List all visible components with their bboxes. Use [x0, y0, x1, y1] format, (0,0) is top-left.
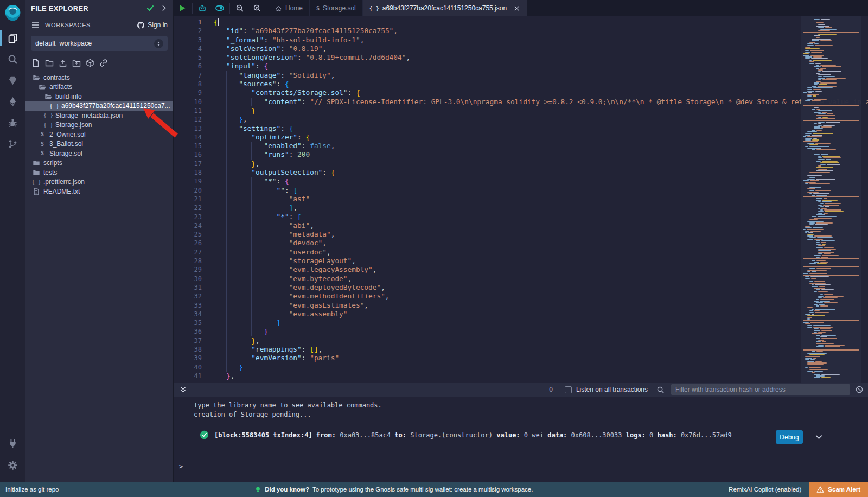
- listen-all-transactions-checkbox[interactable]: [565, 386, 572, 393]
- tree-item-tests[interactable]: tests: [25, 168, 173, 177]
- sign-in-button[interactable]: Sign in: [137, 21, 168, 29]
- code-line-1[interactable]: 1{: [174, 18, 868, 27]
- tree-item-storage-sol[interactable]: SStorage.sol: [25, 149, 173, 158]
- tree-item-build-info[interactable]: build-info: [25, 92, 173, 101]
- code-line-35[interactable]: 35]: [174, 318, 868, 327]
- code-line-12[interactable]: 12},: [174, 115, 868, 124]
- code-line-31[interactable]: 31"evm.deployedBytecode",: [174, 283, 868, 292]
- code-line-15[interactable]: 15"enabled": false,: [174, 142, 868, 150]
- rail-item-plugin-manager[interactable]: [0, 434, 25, 453]
- code-line-37[interactable]: 37},: [174, 336, 868, 345]
- code-line-41[interactable]: 41},: [174, 372, 868, 380]
- code-line-36[interactable]: 36}: [174, 327, 868, 336]
- tab-a69b43f277ba20fcac141151250ca755-json[interactable]: { }a69b43f277ba20fcac141151250ca755.json: [363, 0, 527, 16]
- line-number: 31: [174, 283, 202, 292]
- panel-chevron-right-icon[interactable]: [160, 4, 168, 12]
- rail-item-git[interactable]: [0, 135, 25, 153]
- tab-home[interactable]: Home: [269, 0, 310, 16]
- minimap[interactable]: [801, 16, 861, 383]
- tree-item-2-owner-sol[interactable]: S2_Owner.sol: [25, 130, 173, 139]
- tree-item--prettierrc-json[interactable]: { }.prettierrc.json: [25, 177, 173, 187]
- code-line-16[interactable]: 16"runs": 200: [174, 150, 868, 159]
- code-line-18[interactable]: 18"outputSelection": {: [174, 168, 868, 177]
- code-editor[interactable]: 1{2"id": "a69b43f277ba20fcac141151250ca7…: [174, 16, 868, 383]
- code-line-32[interactable]: 32"evm.methodIdentifiers",: [174, 292, 868, 301]
- code-line-10[interactable]: 10"content": "// SPDX-License-Identifier…: [174, 98, 868, 106]
- code-line-14[interactable]: 14"optimizer": {: [174, 133, 868, 142]
- code-line-22[interactable]: 22],: [174, 203, 868, 212]
- tree-item-3-ballot-sol[interactable]: S3_Ballot.sol: [25, 139, 173, 149]
- rail-item-deploy-and-run[interactable]: [0, 92, 25, 111]
- tree-item-artifacts[interactable]: artifacts: [25, 82, 173, 92]
- code-line-25[interactable]: 25"metadata",: [174, 230, 868, 239]
- code-line-9[interactable]: 9"contracts/Storage.sol": {: [174, 88, 868, 97]
- line-number: 26: [174, 239, 202, 247]
- tree-item-storage-json[interactable]: { }Storage.json: [25, 120, 173, 130]
- code-line-26[interactable]: 26"devdoc",: [174, 239, 868, 247]
- rail-item-search[interactable]: [0, 50, 25, 68]
- code-line-38[interactable]: 38"remappings": [],: [174, 345, 868, 354]
- ai-assistant-icon[interactable]: [194, 0, 211, 16]
- tree-item-readme-txt[interactable]: README.txt: [25, 187, 173, 196]
- rail-item-solidity-compiler[interactable]: [0, 71, 25, 90]
- transaction-log-row[interactable]: [block:5583405 txIndex:4] from: 0xa03...…: [200, 430, 857, 439]
- zoom-in-icon[interactable]: [248, 0, 266, 16]
- remix-logo-icon[interactable]: [4, 4, 22, 22]
- transaction-filter-input[interactable]: [671, 384, 850, 395]
- expand-transaction-chevron-icon[interactable]: [814, 432, 824, 442]
- tree-item-a69b43f277ba20fcac141151250ca7-[interactable]: { }a69b43f277ba20fcac141151250ca7...: [25, 101, 173, 111]
- code-line-39[interactable]: 39"evmVersion": "paris": [174, 354, 868, 362]
- code-line-30[interactable]: 30"evm.bytecode",: [174, 275, 868, 283]
- debug-button[interactable]: Debug: [776, 430, 803, 444]
- scam-alert-badge[interactable]: Scam Alert: [809, 482, 868, 497]
- clear-console-icon[interactable]: [855, 385, 864, 394]
- upload-file-button[interactable]: [59, 59, 67, 67]
- code-line-29[interactable]: 29"evm.legacyAssembly",: [174, 265, 868, 274]
- tree-item-storage-metadata-json[interactable]: { }Storage_metadata.json: [25, 111, 173, 120]
- copilot-toggle[interactable]: [211, 0, 228, 16]
- code-line-8[interactable]: 8"sources": {: [174, 80, 868, 88]
- link-button[interactable]: [99, 59, 108, 67]
- rail-item-settings[interactable]: [0, 456, 25, 474]
- code-line-3[interactable]: 3"_format": "hh-sol-build-info-1",: [174, 36, 868, 44]
- upload-folder-button[interactable]: [72, 59, 81, 67]
- code-line-20[interactable]: 20"": [: [174, 186, 868, 195]
- code-line-24[interactable]: 24"abi",: [174, 221, 868, 230]
- terminal-prompt[interactable]: >: [179, 463, 183, 470]
- workspace-select[interactable]: default_workspace: [31, 36, 168, 51]
- cube-button[interactable]: [86, 59, 94, 67]
- code-line-11[interactable]: 11}: [174, 106, 868, 115]
- workspace-stepper-icon[interactable]: [154, 39, 163, 48]
- run-script-button[interactable]: [174, 0, 191, 16]
- tree-item-contracts[interactable]: contracts: [25, 73, 173, 82]
- tab-storage-sol[interactable]: SStorage.sol: [310, 0, 363, 16]
- rail-item-file-explorer[interactable]: [0, 29, 25, 47]
- tree-item-label: .prettierrc.json: [43, 178, 85, 186]
- new-folder-button[interactable]: [45, 59, 54, 67]
- new-file-button[interactable]: [31, 59, 40, 67]
- code-line-40[interactable]: 40}: [174, 363, 868, 372]
- code-line-4[interactable]: 4"solcVersion": "0.8.19",: [174, 44, 868, 53]
- folder-icon: [33, 169, 40, 176]
- code-line-23[interactable]: 23"*": [: [174, 213, 868, 221]
- terminal-expand-icon[interactable]: [179, 386, 187, 394]
- copilot-status[interactable]: RemixAI Copilot (enabled): [729, 486, 801, 493]
- code-line-33[interactable]: 33"evm.gasEstimates",: [174, 301, 868, 310]
- code-line-5[interactable]: 5"solcLongVersion": "0.8.19+commit.7dd6d…: [174, 53, 868, 62]
- code-line-27[interactable]: 27"userdoc",: [174, 248, 868, 257]
- code-line-2[interactable]: 2"id": "a69b43f277ba20fcac141151250ca755…: [174, 27, 868, 35]
- zoom-out-icon[interactable]: [231, 0, 248, 16]
- code-line-19[interactable]: 19"*": {: [174, 177, 868, 186]
- code-line-7[interactable]: 7"language": "Solidity",: [174, 71, 868, 80]
- close-tab-icon[interactable]: [513, 5, 520, 12]
- code-line-17[interactable]: 17},: [174, 160, 868, 168]
- code-line-28[interactable]: 28"storageLayout",: [174, 257, 868, 265]
- code-line-21[interactable]: 21"ast": [174, 195, 868, 203]
- code-line-6[interactable]: 6"input": {: [174, 62, 868, 71]
- code-line-13[interactable]: 13"settings": {: [174, 124, 868, 133]
- init-git-repo-button[interactable]: Initialize as git repo: [0, 486, 59, 493]
- tree-item-scripts[interactable]: scripts: [25, 158, 173, 168]
- rail-item-debugger[interactable]: [0, 113, 25, 132]
- code-line-34[interactable]: 34"evm.assembly": [174, 310, 868, 318]
- workspaces-menu-icon[interactable]: [31, 21, 40, 29]
